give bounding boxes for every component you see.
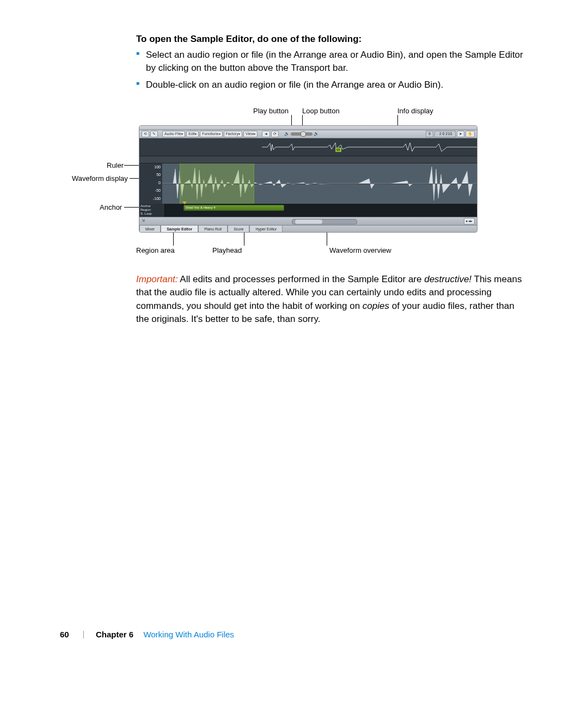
ruler[interactable] [139, 156, 477, 163]
section-heading: To open the Sample Editor, do one of the… [136, 33, 528, 46]
menu-edit[interactable]: Edit [186, 131, 199, 137]
info-display-a: 9 [426, 131, 433, 137]
tab-hyper-editor[interactable]: Hyper Editor [249, 226, 283, 233]
region-label: Region [140, 208, 163, 212]
region-bar[interactable]: Distd Voc & Heavy 4 [183, 205, 284, 211]
tab-piano-roll[interactable]: Piano Roll [198, 226, 228, 233]
callout-region-area: Region area [136, 246, 175, 256]
speaker-loud-icon: 🔊 [314, 131, 319, 137]
chapter-title: Working With Audio Files [143, 630, 234, 639]
waveform-overview[interactable]: 55 [139, 138, 477, 156]
important-note: Important: All edits and processes perfo… [136, 273, 528, 327]
important-label: Important: [136, 274, 178, 284]
anchor-marker-icon[interactable] [182, 202, 187, 204]
callout-ruler: Ruler [107, 161, 124, 171]
menu-audio-file[interactable]: Audio File [162, 131, 185, 137]
resize-icon[interactable]: ⇲ [142, 218, 145, 223]
callout-loop-button: Loop button [302, 106, 340, 117]
toolbar: ⟲ ✎ Audio File Edit Functions Factory Vi… [139, 130, 477, 138]
page-footer: 60 Chapter 6 Working With Audio Files [60, 629, 528, 641]
info-display-b: . 2 0 210. [434, 131, 456, 137]
figure: Play button Loop button Info display Rul… [87, 106, 528, 259]
overview-marker: 55 [335, 148, 341, 153]
pointer-icon[interactable]: ➤ [457, 131, 464, 137]
chapter-label: Chapter 6 [96, 630, 133, 639]
callout-play-button: Play button [253, 106, 289, 117]
callout-playhead: Playhead [212, 246, 242, 256]
editor-tabs: Mixer Sample Editor Piano Roll Score Hyp… [139, 225, 477, 233]
tab-score[interactable]: Score [228, 226, 249, 233]
menu-view[interactable]: View [243, 131, 258, 137]
speaker-icon: 🔈 [284, 131, 290, 137]
callout-info-display: Info display [397, 106, 433, 117]
loop-button-icon[interactable]: ⟳ [271, 131, 279, 137]
callout-waveform-overview: Waveform overview [329, 246, 391, 256]
callout-anchor: Anchor [100, 203, 122, 213]
menu-functions[interactable]: Functions [200, 131, 222, 137]
amplitude-axis: 100 50 0 -50 -100 [139, 163, 163, 204]
bullet-item: Double-click on an audio region or file … [136, 78, 528, 92]
sample-editor-screenshot: ⟲ ✎ Audio File Edit Functions Factory Vi… [139, 125, 477, 233]
bullet-item: Select an audio region or file (in the A… [136, 48, 528, 75]
tab-mixer[interactable]: Mixer [139, 226, 161, 233]
nav-back-icon[interactable]: ⟲ [142, 131, 149, 137]
anchor-label: Anchor [140, 204, 163, 208]
hand-icon[interactable]: ✋ [465, 131, 475, 137]
sloop-label: S. Loop [140, 212, 163, 216]
play-button-icon[interactable]: ◄ [262, 131, 270, 137]
pencil-icon[interactable]: ✎ [150, 131, 158, 137]
menu-factory[interactable]: Factory [224, 131, 242, 137]
page-number: 60 [60, 630, 69, 639]
zoom-control-icon[interactable]: ▸◂▸ [464, 218, 475, 224]
horizontal-scrollbar[interactable] [292, 219, 357, 224]
tab-sample-editor[interactable]: Sample Editor [161, 226, 198, 233]
waveform-display[interactable] [162, 163, 477, 204]
callout-waveform-display: Waveform display [72, 174, 128, 184]
region-area: Anchor Region S. Loop Distd Voc & Heavy … [139, 204, 477, 217]
